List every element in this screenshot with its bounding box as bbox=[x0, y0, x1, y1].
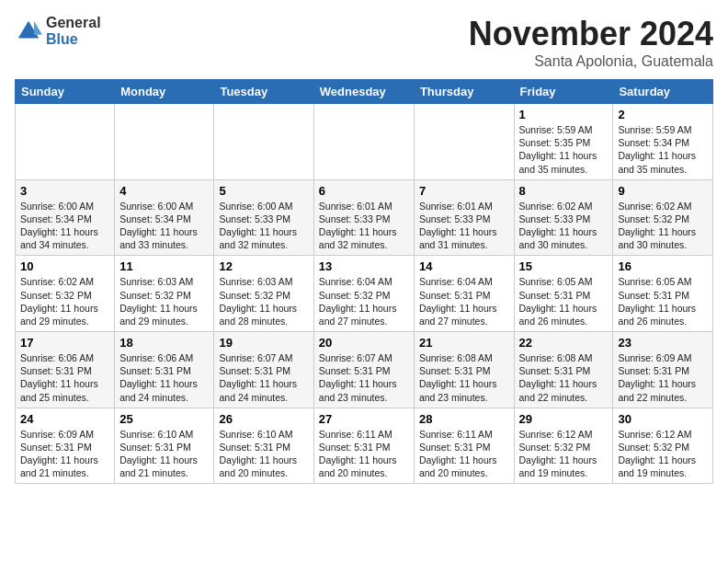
logo-general: General bbox=[46, 15, 101, 31]
calendar-cell: 3Sunrise: 6:00 AM Sunset: 5:34 PM Daylig… bbox=[16, 179, 115, 256]
day-number: 8 bbox=[519, 184, 609, 198]
calendar-cell: 23Sunrise: 6:09 AM Sunset: 5:31 PM Dayli… bbox=[613, 332, 713, 408]
calendar-cell: 11Sunrise: 6:03 AM Sunset: 5:32 PM Dayli… bbox=[115, 256, 214, 332]
day-info: Sunrise: 6:07 AM Sunset: 5:31 PM Dayligh… bbox=[219, 351, 308, 404]
calendar-cell: 1Sunrise: 5:59 AM Sunset: 5:35 PM Daylig… bbox=[514, 104, 613, 180]
day-number: 14 bbox=[419, 259, 509, 273]
weekday-header-friday: Friday bbox=[514, 80, 613, 104]
calendar-cell: 26Sunrise: 6:10 AM Sunset: 5:31 PM Dayli… bbox=[214, 408, 313, 484]
calendar-table: SundayMondayTuesdayWednesdayThursdayFrid… bbox=[15, 79, 713, 484]
day-info: Sunrise: 6:11 AM Sunset: 5:31 PM Dayligh… bbox=[419, 428, 509, 480]
day-number: 12 bbox=[219, 259, 308, 273]
day-number: 11 bbox=[119, 259, 209, 273]
calendar-cell: 24Sunrise: 6:09 AM Sunset: 5:31 PM Dayli… bbox=[16, 408, 115, 484]
calendar-cell bbox=[313, 104, 414, 180]
calendar-cell: 15Sunrise: 6:05 AM Sunset: 5:31 PM Dayli… bbox=[514, 256, 613, 332]
logo-text: General Blue bbox=[46, 15, 101, 47]
day-number: 24 bbox=[20, 412, 109, 426]
calendar-week-3: 10Sunrise: 6:02 AM Sunset: 5:32 PM Dayli… bbox=[16, 256, 713, 332]
calendar-cell: 21Sunrise: 6:08 AM Sunset: 5:31 PM Dayli… bbox=[414, 332, 514, 408]
calendar-cell: 19Sunrise: 6:07 AM Sunset: 5:31 PM Dayli… bbox=[214, 332, 313, 408]
calendar-cell: 16Sunrise: 6:05 AM Sunset: 5:31 PM Dayli… bbox=[613, 256, 713, 332]
calendar-cell bbox=[115, 104, 214, 180]
day-number: 22 bbox=[519, 336, 609, 350]
day-info: Sunrise: 6:09 AM Sunset: 5:31 PM Dayligh… bbox=[618, 351, 708, 404]
calendar-cell bbox=[414, 104, 514, 180]
weekday-header-saturday: Saturday bbox=[613, 80, 713, 104]
logo-blue: Blue bbox=[46, 31, 101, 48]
calendar-cell bbox=[16, 104, 115, 180]
calendar-week-1: 1Sunrise: 5:59 AM Sunset: 5:35 PM Daylig… bbox=[16, 104, 713, 180]
day-number: 23 bbox=[618, 336, 708, 350]
calendar-cell: 4Sunrise: 6:00 AM Sunset: 5:34 PM Daylig… bbox=[115, 179, 214, 256]
calendar-cell: 20Sunrise: 6:07 AM Sunset: 5:31 PM Dayli… bbox=[313, 332, 414, 408]
calendar-header: SundayMondayTuesdayWednesdayThursdayFrid… bbox=[16, 80, 713, 104]
day-info: Sunrise: 6:02 AM Sunset: 5:32 PM Dayligh… bbox=[618, 200, 708, 252]
day-info: Sunrise: 6:09 AM Sunset: 5:31 PM Dayligh… bbox=[20, 428, 109, 480]
day-info: Sunrise: 6:12 AM Sunset: 5:32 PM Dayligh… bbox=[618, 428, 708, 480]
day-info: Sunrise: 6:01 AM Sunset: 5:33 PM Dayligh… bbox=[419, 200, 509, 252]
day-number: 6 bbox=[319, 184, 409, 198]
day-info: Sunrise: 6:00 AM Sunset: 5:34 PM Dayligh… bbox=[119, 200, 209, 252]
day-number: 25 bbox=[119, 412, 209, 426]
day-info: Sunrise: 6:07 AM Sunset: 5:31 PM Dayligh… bbox=[319, 351, 409, 404]
day-number: 17 bbox=[20, 336, 109, 350]
day-number: 1 bbox=[519, 108, 609, 121]
weekday-header-monday: Monday bbox=[115, 80, 214, 104]
calendar-cell: 8Sunrise: 6:02 AM Sunset: 5:33 PM Daylig… bbox=[514, 179, 613, 256]
weekday-header-wednesday: Wednesday bbox=[313, 80, 414, 104]
calendar-cell: 27Sunrise: 6:11 AM Sunset: 5:31 PM Dayli… bbox=[313, 408, 414, 484]
calendar-week-2: 3Sunrise: 6:00 AM Sunset: 5:34 PM Daylig… bbox=[16, 179, 713, 256]
calendar-cell bbox=[214, 104, 313, 180]
day-info: Sunrise: 6:05 AM Sunset: 5:31 PM Dayligh… bbox=[519, 275, 609, 327]
calendar-cell: 10Sunrise: 6:02 AM Sunset: 5:32 PM Dayli… bbox=[16, 256, 115, 332]
calendar-cell: 5Sunrise: 6:00 AM Sunset: 5:33 PM Daylig… bbox=[214, 179, 313, 256]
day-info: Sunrise: 6:06 AM Sunset: 5:31 PM Dayligh… bbox=[119, 351, 209, 404]
day-info: Sunrise: 6:06 AM Sunset: 5:31 PM Dayligh… bbox=[20, 351, 109, 404]
calendar-cell: 7Sunrise: 6:01 AM Sunset: 5:33 PM Daylig… bbox=[414, 179, 514, 256]
day-number: 4 bbox=[119, 184, 209, 198]
day-info: Sunrise: 6:04 AM Sunset: 5:32 PM Dayligh… bbox=[319, 275, 409, 327]
day-number: 21 bbox=[419, 336, 509, 350]
day-info: Sunrise: 6:08 AM Sunset: 5:31 PM Dayligh… bbox=[419, 351, 509, 404]
day-info: Sunrise: 6:12 AM Sunset: 5:32 PM Dayligh… bbox=[519, 428, 609, 480]
location: Santa Apolonia, Guatemala bbox=[469, 53, 713, 70]
svg-marker-1 bbox=[34, 20, 42, 34]
day-info: Sunrise: 6:03 AM Sunset: 5:32 PM Dayligh… bbox=[219, 275, 308, 327]
day-info: Sunrise: 6:02 AM Sunset: 5:32 PM Dayligh… bbox=[20, 275, 109, 327]
calendar-cell: 22Sunrise: 6:08 AM Sunset: 5:31 PM Dayli… bbox=[514, 332, 613, 408]
day-number: 7 bbox=[419, 184, 509, 198]
day-number: 15 bbox=[519, 259, 609, 273]
day-number: 9 bbox=[618, 184, 708, 198]
weekday-header-row: SundayMondayTuesdayWednesdayThursdayFrid… bbox=[16, 80, 713, 104]
day-number: 10 bbox=[20, 259, 109, 273]
title-block: November 2024 Santa Apolonia, Guatemala bbox=[469, 15, 713, 70]
logo-icon bbox=[15, 17, 42, 45]
day-info: Sunrise: 6:02 AM Sunset: 5:33 PM Dayligh… bbox=[519, 200, 609, 252]
calendar-cell: 18Sunrise: 6:06 AM Sunset: 5:31 PM Dayli… bbox=[115, 332, 214, 408]
calendar-cell: 2Sunrise: 5:59 AM Sunset: 5:34 PM Daylig… bbox=[613, 104, 713, 180]
day-info: Sunrise: 6:11 AM Sunset: 5:31 PM Dayligh… bbox=[319, 428, 409, 480]
day-info: Sunrise: 6:03 AM Sunset: 5:32 PM Dayligh… bbox=[119, 275, 209, 327]
day-info: Sunrise: 6:05 AM Sunset: 5:31 PM Dayligh… bbox=[618, 275, 708, 327]
calendar-week-4: 17Sunrise: 6:06 AM Sunset: 5:31 PM Dayli… bbox=[16, 332, 713, 408]
day-info: Sunrise: 5:59 AM Sunset: 5:34 PM Dayligh… bbox=[618, 123, 708, 176]
calendar-cell: 14Sunrise: 6:04 AM Sunset: 5:31 PM Dayli… bbox=[414, 256, 514, 332]
day-info: Sunrise: 5:59 AM Sunset: 5:35 PM Dayligh… bbox=[519, 123, 609, 176]
day-number: 28 bbox=[419, 412, 509, 426]
calendar-week-5: 24Sunrise: 6:09 AM Sunset: 5:31 PM Dayli… bbox=[16, 408, 713, 484]
calendar-cell: 12Sunrise: 6:03 AM Sunset: 5:32 PM Dayli… bbox=[214, 256, 313, 332]
day-number: 30 bbox=[618, 412, 708, 426]
calendar-cell: 29Sunrise: 6:12 AM Sunset: 5:32 PM Dayli… bbox=[514, 408, 613, 484]
day-info: Sunrise: 6:00 AM Sunset: 5:34 PM Dayligh… bbox=[20, 200, 109, 252]
calendar-cell: 28Sunrise: 6:11 AM Sunset: 5:31 PM Dayli… bbox=[414, 408, 514, 484]
calendar-cell: 17Sunrise: 6:06 AM Sunset: 5:31 PM Dayli… bbox=[16, 332, 115, 408]
day-number: 13 bbox=[319, 259, 409, 273]
day-info: Sunrise: 6:00 AM Sunset: 5:33 PM Dayligh… bbox=[219, 200, 308, 252]
day-number: 27 bbox=[319, 412, 409, 426]
calendar-cell: 6Sunrise: 6:01 AM Sunset: 5:33 PM Daylig… bbox=[313, 179, 414, 256]
day-number: 19 bbox=[219, 336, 308, 350]
month-title: November 2024 bbox=[469, 15, 713, 53]
day-info: Sunrise: 6:10 AM Sunset: 5:31 PM Dayligh… bbox=[219, 428, 308, 480]
calendar-cell: 25Sunrise: 6:10 AM Sunset: 5:31 PM Dayli… bbox=[115, 408, 214, 484]
